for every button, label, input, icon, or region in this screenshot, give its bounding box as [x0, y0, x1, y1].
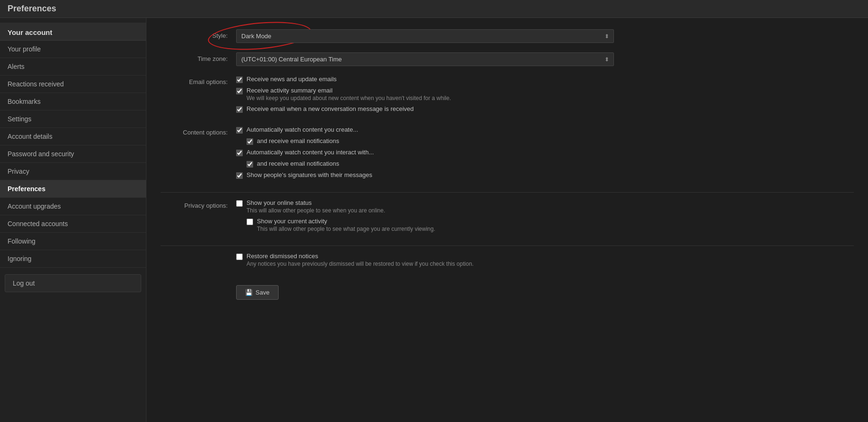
checkbox-auto-watch-interact-email[interactable] — [247, 161, 253, 168]
timezone-label: Time zone: — [161, 52, 236, 62]
checkbox-current-activity[interactable] — [247, 219, 253, 225]
checkbox-online-status[interactable] — [236, 200, 243, 207]
sidebar-item-ignoring[interactable]: Ignoring — [0, 250, 146, 268]
privacy-options-control: Show your online statusThis will allow o… — [236, 199, 854, 236]
timezone-select-container: (UTC+01:00) Central European Time (UTC+0… — [236, 52, 614, 66]
preferences-content: Style: Dark Mode Default Style Light Mod… — [146, 18, 868, 422]
privacy-option-label-online-status: Show your online status — [247, 199, 385, 206]
privacy-option-label-current-activity: Show your current activity — [257, 218, 435, 225]
restore-dismissed-sub: Any notices you have previously dismisse… — [247, 261, 474, 267]
content-option-label-auto-watch-interact-email: and receive email notifications — [257, 160, 339, 167]
divider-2 — [161, 245, 854, 246]
content-option-label-auto-watch-interact: Automatically watch content you interact… — [247, 149, 374, 156]
email-option-row-conversation-email: Receive email when a new conversation me… — [236, 105, 854, 113]
email-option-text-conversation-email: Receive email when a new conversation me… — [247, 105, 414, 112]
content-option-label-auto-watch-create: Automatically watch content you create..… — [247, 126, 358, 133]
restore-dismissed-text: Restore dismissed notices Any notices yo… — [247, 253, 474, 267]
style-label: Style: — [161, 29, 236, 39]
save-label-spacer — [161, 280, 236, 283]
top-bar: Preferences — [0, 0, 868, 18]
style-select-wrapper: Dark Mode Default Style Light Mode — [236, 29, 614, 43]
email-option-row-activity-summary-email: Receive activity summary emailWe will ke… — [236, 87, 854, 101]
restore-dismissed-control: Restore dismissed notices Any notices yo… — [236, 253, 854, 271]
top-bar-title: Preferences — [8, 4, 56, 13]
timezone-setting-row: Time zone: (UTC+01:00) Central European … — [161, 52, 854, 66]
content-option-text-auto-watch-interact-email: and receive email notifications — [257, 160, 339, 167]
checkbox-conversation-email[interactable] — [236, 106, 243, 113]
save-control: 💾 Save — [236, 280, 854, 300]
sidebar-item-password-and-security[interactable]: Password and security — [0, 145, 146, 163]
sidebar-item-privacy[interactable]: Privacy — [0, 163, 146, 180]
restore-dismissed-row: Restore dismissed notices Any notices yo… — [161, 253, 854, 271]
email-option-label-news-emails: Receive news and update emails — [247, 76, 337, 83]
logout-button[interactable]: Log out — [5, 274, 141, 292]
checkbox-auto-watch-create[interactable] — [236, 127, 243, 134]
sidebar-item-connected-accounts[interactable]: Connected accounts — [0, 215, 146, 233]
content-option-text-show-signatures: Show people's signatures with their mess… — [247, 171, 372, 178]
save-button-label: Save — [255, 289, 270, 296]
timezone-control: (UTC+01:00) Central European Time (UTC+0… — [236, 52, 854, 66]
content-option-row-auto-watch-create-email: and receive email notifications — [247, 137, 854, 145]
checkbox-activity-summary-email[interactable] — [236, 88, 243, 94]
restore-dismissed-label: Restore dismissed notices — [247, 253, 474, 260]
email-options-control: Receive news and update emailsReceive ac… — [236, 76, 854, 117]
divider-1 — [161, 192, 854, 193]
email-option-label-activity-summary-email: Receive activity summary email — [247, 87, 451, 94]
sidebar-item-following[interactable]: Following — [0, 233, 146, 250]
privacy-option-text-current-activity: Show your current activityThis will allo… — [257, 218, 435, 232]
checkbox-show-signatures[interactable] — [236, 172, 243, 179]
save-row: 💾 Save — [161, 280, 854, 300]
restore-dismissed-checkbox[interactable] — [236, 253, 243, 260]
privacy-option-text-online-status: Show your online statusThis will allow o… — [247, 199, 385, 214]
content-option-label-show-signatures: Show people's signatures with their mess… — [247, 171, 372, 178]
sidebar-item-your-profile[interactable]: Your profile — [0, 41, 146, 58]
content-option-text-auto-watch-interact: Automatically watch content you interact… — [247, 149, 374, 156]
restore-dismissed-label-spacer — [161, 253, 236, 255]
privacy-options-row: Privacy options: Show your online status… — [161, 199, 854, 236]
privacy-option-row-current-activity: Show your current activityThis will allo… — [247, 218, 854, 232]
email-options-label: Email options: — [161, 76, 236, 85]
content-option-row-show-signatures: Show people's signatures with their mess… — [236, 171, 854, 179]
restore-dismissed-checkbox-row: Restore dismissed notices Any notices yo… — [236, 253, 854, 267]
sidebar-item-account-upgrades[interactable]: Account upgrades — [0, 198, 146, 215]
content-options-label: Content options: — [161, 126, 236, 136]
sidebar-item-settings[interactable]: Settings — [0, 110, 146, 128]
content-options-row: Content options: Automatically watch con… — [161, 126, 854, 183]
email-option-row-news-emails: Receive news and update emails — [236, 76, 854, 83]
privacy-option-row-online-status: Show your online statusThis will allow o… — [236, 199, 854, 214]
sidebar: Your account Your profileAlertsReactions… — [0, 18, 146, 422]
sidebar-section-title: Your account — [0, 23, 146, 41]
email-options-row: Email options: Receive news and update e… — [161, 76, 854, 117]
checkbox-auto-watch-create-email[interactable] — [247, 138, 253, 145]
sidebar-item-alerts[interactable]: Alerts — [0, 58, 146, 76]
sidebar-item-bookmarks[interactable]: Bookmarks — [0, 93, 146, 110]
save-button[interactable]: 💾 Save — [236, 285, 279, 300]
privacy-options-label: Privacy options: — [161, 199, 236, 209]
content-option-row-auto-watch-interact-email: and receive email notifications — [247, 160, 854, 168]
style-select[interactable]: Dark Mode Default Style Light Mode — [236, 29, 614, 43]
sidebar-item-preferences[interactable]: Preferences — [0, 180, 146, 198]
style-control: Dark Mode Default Style Light Mode — [236, 29, 854, 43]
email-option-label-conversation-email: Receive email when a new conversation me… — [247, 105, 414, 112]
privacy-option-sub-current-activity: This will allow other people to see what… — [257, 226, 435, 232]
content-option-text-auto-watch-create-email: and receive email notifications — [257, 137, 339, 144]
email-option-text-news-emails: Receive news and update emails — [247, 76, 337, 83]
content-option-row-auto-watch-interact: Automatically watch content you interact… — [236, 149, 854, 156]
privacy-option-sub-online-status: This will allow other people to see when… — [247, 207, 385, 214]
style-setting-row: Style: Dark Mode Default Style Light Mod… — [161, 29, 854, 43]
timezone-select[interactable]: (UTC+01:00) Central European Time (UTC+0… — [236, 52, 614, 66]
checkbox-auto-watch-interact[interactable] — [236, 150, 243, 156]
sidebar-item-reactions-received[interactable]: Reactions received — [0, 76, 146, 93]
email-option-sub-activity-summary-email: We will keep you updated about new conte… — [247, 95, 451, 101]
save-icon: 💾 — [245, 289, 253, 296]
content-option-text-auto-watch-create: Automatically watch content you create..… — [247, 126, 358, 133]
content-option-label-auto-watch-create-email: and receive email notifications — [257, 137, 339, 144]
style-select-container: Dark Mode Default Style Light Mode — [236, 29, 614, 43]
checkbox-news-emails[interactable] — [236, 76, 243, 83]
sidebar-item-account-details[interactable]: Account details — [0, 128, 146, 145]
content-option-row-auto-watch-create: Automatically watch content you create..… — [236, 126, 854, 134]
email-option-text-activity-summary-email: Receive activity summary emailWe will ke… — [247, 87, 451, 101]
content-options-control: Automatically watch content you create..… — [236, 126, 854, 183]
